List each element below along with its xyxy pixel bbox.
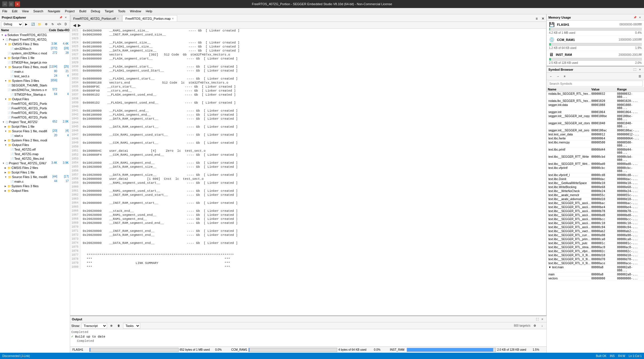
symbol-row[interactable]: text.libc__SEGGER_RTL_vwctomb 00000ab2 0…	[547, 229, 644, 233]
tasks-dropdown[interactable]: Tasks	[123, 323, 140, 329]
symbol-row[interactable]: main 00000a8 000002a8-...	[547, 273, 644, 277]
symbol-row[interactable]: text.libc__SEGGER_RTL_X_file_bufsize 000…	[547, 253, 644, 257]
symbol-search-input[interactable]	[548, 81, 643, 86]
close-tab-map[interactable]: ✕	[172, 17, 174, 20]
output-scroll-btn[interactable]: ↓	[539, 323, 545, 329]
show-dropdown[interactable]: Transcript	[81, 323, 107, 329]
tree-item[interactable]: 📄 FreeRTOS_407ZG_Portion.he	[0, 106, 70, 111]
symbol-row[interactable]: text.libc.Doinit 00000dac 00000dac-...	[547, 177, 644, 181]
menu-navigate[interactable]: Navigate	[46, 9, 62, 13]
menu-view[interactable]: View	[20, 9, 31, 13]
data-btn[interactable]: D	[63, 21, 69, 27]
tree-item[interactable]: 📄 stm32f4xx.h [272] [28]	[0, 46, 70, 51]
tree-item[interactable]: 📄 SEGGER_THUMB_Startup.s	[0, 83, 70, 88]
tree-item[interactable]: 📄 start.s 20 4	[0, 133, 70, 138]
tab-map[interactable]: FreeRTOS_407ZG_Portion.map ✕	[122, 15, 177, 21]
symbol-row[interactable]: text.libc__WriteNoCheck 00000e24 00000e2…	[547, 189, 644, 193]
tree-item[interactable]: 📄 stm32f407xx_Vectors.s mo 572	[0, 88, 70, 92]
tree-item[interactable]: 📄 main.c 44 17	[0, 179, 70, 184]
symbol-row[interactable]: rodata.lbc_SEGGER_RTL_hex_uc 00001020 00…	[547, 99, 644, 103]
symbol-row[interactable]: text.libc.fwrite 00000064 000000064-...	[547, 137, 644, 141]
close-button[interactable]: ✕	[15, 1, 20, 7]
menu-search[interactable]: Search	[31, 9, 46, 13]
refresh-btn[interactable]: ↻	[50, 21, 56, 27]
maximize-button[interactable]: □	[9, 1, 14, 7]
output-close-btn[interactable]: ✕	[540, 317, 545, 321]
nav-back[interactable]: ◀	[72, 23, 77, 27]
close-panel-button[interactable]: ✕	[64, 15, 68, 20]
tree-item[interactable]: ▶ 📁 Script Files 1 file	[0, 124, 70, 129]
folder-btn[interactable]: 📁	[37, 21, 43, 27]
symbol-row[interactable]: text.libc.vfprintf 00000cbc 00000cbc-080…	[547, 166, 644, 173]
menu-file[interactable]: File	[0, 9, 10, 13]
output-clear-btn[interactable]: 🗑	[116, 323, 122, 329]
symbol-row[interactable]: vectors 00000000 00000000-...	[547, 277, 644, 281]
tree-item[interactable]: 📄 Test_407ZG_files.ind	[0, 156, 70, 161]
output-filter-btn[interactable]: ⊕	[108, 323, 114, 329]
build-btn[interactable]: ▶	[23, 21, 29, 27]
tree-item[interactable]: ▶ 📁 CMSIS Files 2 files	[0, 165, 70, 170]
symbol-row[interactable]: text.libc__SEGGER_RTT_WriteNoLock 00000a…	[547, 162, 644, 166]
memory-close-btn[interactable]: ✕	[638, 15, 642, 20]
tree-item[interactable]: ▼ ⬡ Project 'FreeRTOS_407ZG_Portion'	[0, 37, 70, 42]
tree-item[interactable]: ▼ ⬡ Project 'Test_407ZG' 652 2.0K	[0, 120, 70, 124]
tree-item[interactable]: ▶ 📁 Output Files	[0, 188, 70, 193]
symbol-row[interactable]: text.libc__aeabi_uldivmod 00000d10 00000…	[547, 197, 644, 201]
menu-build[interactable]: Build	[77, 9, 88, 13]
pin-button[interactable]: 📌	[58, 15, 63, 20]
menu-debug[interactable]: Debug	[88, 9, 102, 13]
symbol-row[interactable]: text.libc__SEGGER_RTL_ascii_towlower 000…	[547, 221, 644, 225]
tree-item[interactable]: ▶ 📁 Script Files 1 file	[0, 56, 70, 60]
tree-item[interactable]: 📄 Test_407ZG.map	[0, 152, 70, 156]
tree-item[interactable]: 📄 FreeRTOS_407ZG_Portion.ma	[0, 111, 70, 115]
symbol-row[interactable]: text.libc.vfprintf_l 00000cd8 00000cd8-.…	[547, 173, 644, 177]
menu-project[interactable]: Project	[63, 9, 77, 13]
tree-item[interactable]: ▶ 📁 System Files 3 files	[0, 184, 70, 188]
menu-help[interactable]: Help	[143, 9, 155, 13]
symbol-row[interactable]: text.libc.WriteBlocking 00000e68 00000e6…	[547, 185, 644, 189]
symbol-row[interactable]: text.libc__GetAvailWriteSpace 00000e10 0…	[547, 181, 644, 185]
symbol-row[interactable]: text.libc__SEGGER_RTL_ascii_towupper 000…	[547, 225, 644, 229]
menu-edit[interactable]: Edit	[10, 9, 20, 13]
tree-item[interactable]: ▶ 📁 System Files 2 files, modified op	[0, 138, 70, 143]
symbol-row[interactable]: text.libc__SEGGER_RTL_X_file_write 00000…	[547, 261, 644, 265]
symbol-row[interactable]: text.libc.memcpy 00000500 00000500-080..…	[547, 141, 644, 148]
tree-item[interactable]: ▼ 📁 Source Files 2 files, modified op [1…	[0, 65, 70, 69]
settings-btn[interactable]: ⚙	[43, 21, 49, 27]
symbol-row[interactable]: segger.init.data 00001088 00001088-080..…	[547, 103, 644, 110]
symbol-list-btn[interactable]: ≡	[562, 74, 568, 79]
symbol-row[interactable]: text.libc__SEGGER_RTL_ascii_tolower 0000…	[547, 213, 644, 217]
memory-pin-btn[interactable]: 📌	[633, 15, 637, 20]
symbol-row[interactable]: rodata.lbc_SEGGER_RTL_hex_lc 08000032 08…	[547, 92, 644, 99]
tree-item[interactable]: ▼ 📁 System Files 3 files [656]	[0, 78, 70, 83]
symbol-row[interactable]: text.libc__SEGGER_RTL_ascii_iswctype 000…	[547, 205, 644, 209]
symbol-row[interactable]: text.libc__SEGGER_RTL_ascii_isctype 0000…	[547, 201, 644, 205]
menu-window[interactable]: Window	[128, 9, 143, 13]
output-settings-btn[interactable]: ⚙	[532, 323, 538, 329]
tree-item[interactable]: ▼ 📁 Output Files	[0, 97, 70, 101]
close-tab-elf[interactable]: ✕	[117, 17, 119, 20]
symbol-table[interactable]: Name Value Range rodata.lbc_SEGGER_RTL_h…	[547, 87, 644, 353]
symbol-expand-panel-btn[interactable]: ⛶	[633, 67, 637, 72]
tree-item[interactable]: 📄 main.c 80 21	[0, 69, 70, 74]
tree-item[interactable]: 📄 test_sect.s 24 4	[0, 74, 70, 78]
symbol-fwd-btn[interactable]: →	[555, 74, 561, 79]
symbol-back-btn[interactable]: ←	[548, 74, 554, 79]
editor-content[interactable]: 1021 0x00020000 __RAM1_segment_size__ --…	[70, 29, 546, 315]
tree-item[interactable]: ▼ 📁 Output Files	[0, 143, 70, 147]
debug-dropdown[interactable]: Debug	[1, 21, 23, 27]
editor-close-btn[interactable]: ✕	[540, 16, 546, 21]
symbol-row[interactable]: text.libc__SEGGER_RTL_X_file_stat 00000d…	[547, 257, 644, 261]
tree-item[interactable]: 📄 Test_407ZG.elf	[0, 147, 70, 152]
symbol-row[interactable]: test.test_user_data 00000012 000000012-.…	[547, 133, 644, 137]
tree-item[interactable]: ▼ 📁 CMSIS Files 2 files 3.5K 4.4K	[0, 42, 70, 46]
symbol-row[interactable]: segger.init__SEGGER_init_ctors 00001040 …	[547, 121, 644, 129]
symbol-row[interactable]: ▼ text.main 00000a8 000002a8-080...	[547, 265, 644, 273]
symbol-row[interactable]: segger.init 00001064 00001064-...	[547, 110, 644, 114]
tree-item[interactable]: 📄 STM32F4xx_Startup.s 64 4	[0, 92, 70, 97]
tree-item[interactable]: 📄 STM32F4xx_target.js modifi	[0, 60, 70, 65]
nav-forward[interactable]: ▶	[77, 23, 82, 27]
symbol-row[interactable]: segger.init__SEGGER_init_copy 0000100be …	[547, 114, 644, 121]
symbol-row[interactable]: text.libc__SEGGER_RTL_vfprintf_int_nwp 0…	[547, 249, 644, 253]
symbol-row[interactable]: text.libc__aeabi_memclr 0000055c 0000055…	[547, 193, 644, 197]
